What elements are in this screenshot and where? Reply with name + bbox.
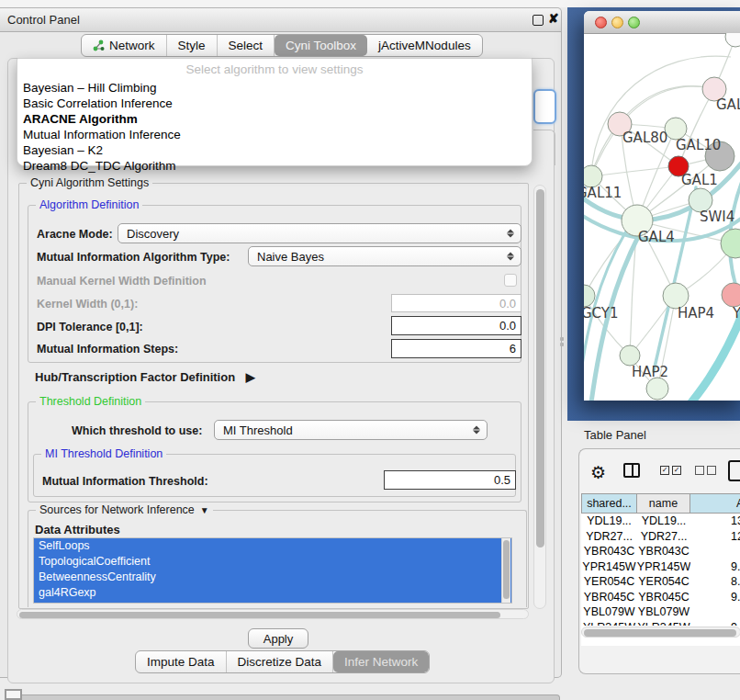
sources-group-title[interactable]: Sources for Network Inference ▼	[36, 503, 213, 516]
table-cell[interactable]: YBR045C	[637, 590, 690, 605]
table-row[interactable]: YDL19...YDL19...13	[581, 514, 740, 529]
table-cell[interactable]: 8.	[690, 574, 740, 590]
document-icon[interactable]	[728, 460, 740, 481]
settings-vscrollbar[interactable]	[533, 185, 546, 609]
aracne-mode-combo[interactable]: Discovery	[118, 223, 521, 243]
table-cell[interactable]: YBL079W	[637, 604, 690, 620]
unchecked-pair-icon[interactable]	[695, 466, 716, 475]
table-cell[interactable]: YBL079W	[581, 604, 637, 620]
table-cell[interactable]: YPR145W	[637, 559, 690, 575]
checked-pair-icon[interactable]: ✓ ✓	[660, 466, 681, 475]
which-threshold-combo[interactable]: MI Threshold	[214, 420, 488, 440]
network-node[interactable]	[722, 283, 740, 307]
table-cell[interactable]: YDL19...	[581, 514, 637, 529]
tab-jactivemnodules[interactable]: jActiveMNodules	[367, 35, 482, 56]
table-cell[interactable]: 9.	[690, 559, 740, 575]
table-cell[interactable]: 9.	[690, 590, 740, 605]
tab-impute-data[interactable]: Impute Data	[136, 651, 227, 672]
dropdown-item[interactable]: ARACNE Algorithm	[17, 111, 532, 127]
table-row[interactable]: YBL079WYBL079W	[581, 604, 740, 620]
inference-algorithm-combo-fragment[interactable]	[533, 89, 556, 124]
table-cell[interactable]: YER054C	[581, 574, 637, 590]
attribute-list-item[interactable]: SelfLoops	[34, 538, 511, 554]
attr-list-vscrollbar[interactable]	[501, 538, 510, 603]
mi-steps-field[interactable]: 6	[391, 339, 521, 358]
table-cell[interactable]: YLR345W	[581, 620, 637, 627]
network-node[interactable]	[646, 378, 668, 400]
tab-infer-network[interactable]: Infer Network	[333, 651, 429, 672]
table-cell[interactable]: YER054C	[637, 574, 690, 590]
attribute-list-item[interactable]: BetweennessCentrality	[34, 570, 511, 585]
network-node-label: Y	[732, 305, 740, 322]
table-cell[interactable]: 12	[690, 529, 740, 545]
table-cell[interactable]: YBR045C	[581, 590, 637, 605]
mac-minimize-button[interactable]	[611, 17, 623, 28]
manual-kernel-checkbox[interactable]	[504, 274, 517, 287]
table-row[interactable]: YBR045CYBR045C9.	[581, 590, 740, 605]
tab-cyni-toolbox[interactable]: Cyni Toolbox	[275, 35, 367, 56]
column-header-shared-name[interactable]: shared...	[581, 493, 637, 514]
dropdown-item[interactable]: Bayesian – K2	[17, 142, 532, 158]
table-rows[interactable]: YDL19...YDL19...13YDR27...YDR27...12YBR0…	[581, 514, 740, 626]
splitter-handle[interactable]	[559, 337, 565, 348]
column-header-partial[interactable]: A	[690, 493, 740, 514]
floating-tool-square[interactable]	[5, 689, 22, 700]
table-cell[interactable]: YBR043C	[581, 544, 637, 559]
algorithm-dropdown: Select algorithm to view settings Bayesi…	[17, 58, 533, 166]
table-row[interactable]: YER054CYER054C8.	[581, 574, 740, 590]
table-row[interactable]: YPR145WYPR145W9.	[581, 559, 740, 575]
table-cell[interactable]: YDL19...	[637, 514, 690, 529]
mi-type-combo[interactable]: Naive Bayes	[248, 246, 521, 266]
network-node[interactable]	[721, 229, 740, 258]
table-hscrollbar[interactable]	[581, 627, 740, 638]
attribute-list-item[interactable]: TopologicalCoefficient	[34, 554, 511, 570]
network-node[interactable]	[725, 33, 740, 47]
tab-style[interactable]: Style	[167, 35, 218, 56]
network-node[interactable]	[584, 285, 595, 307]
expander-down-icon[interactable]: ▼	[200, 505, 209, 515]
dropdown-item[interactable]: Mutual Information Inference	[17, 127, 532, 142]
table-cell[interactable]: 13	[690, 514, 740, 529]
tab-network[interactable]: Network	[82, 35, 167, 56]
table-cell[interactable]	[690, 604, 740, 620]
table-cell[interactable]: YPR145W	[581, 559, 637, 575]
dropdown-item[interactable]: Bayesian – Hill Climbing	[17, 80, 532, 96]
apply-button[interactable]: Apply	[248, 628, 308, 649]
data-attributes-list[interactable]: SelfLoopsTopologicalCoefficientBetweenne…	[33, 537, 512, 604]
node-attribute-table[interactable]: shared... name A YDL19...YDL19...13YDR27…	[581, 493, 740, 646]
table-panel: ⚙ ✓ ✓ shared... name A YDL19...YDL19...1…	[578, 448, 740, 674]
dpi-tolerance-field[interactable]: 0.0	[391, 316, 521, 335]
tab-select[interactable]: Select	[218, 35, 275, 56]
table-cell[interactable]: YLR345W	[637, 620, 690, 627]
table-cell[interactable]: YDR27...	[637, 529, 690, 545]
kernel-width-field[interactable]: 0.0	[391, 294, 521, 312]
network-window-titlebar[interactable]	[584, 11, 740, 34]
table-cell[interactable]	[690, 544, 740, 559]
dropdown-item[interactable]: Basic Correlation Inference	[17, 96, 532, 111]
dropdown-item[interactable]: Dream8 DC_TDC Algorithm	[17, 158, 532, 174]
table-cell[interactable]: YBR043C	[637, 544, 690, 559]
table-cell[interactable]: 9.	[690, 620, 740, 627]
columns-icon[interactable]	[623, 463, 640, 478]
close-icon[interactable]: ✘	[548, 11, 559, 26]
table-row[interactable]: YLR345WYLR345W9.	[581, 620, 740, 627]
column-header-name[interactable]: name	[637, 493, 690, 514]
control-panel-titlebar[interactable]: Control Panel ✘	[0, 8, 561, 32]
hub-definition-expander[interactable]: Hub/Transcription Factor Definition ▶	[35, 370, 255, 384]
table-cell[interactable]: YDR27...	[581, 529, 637, 545]
table-row[interactable]: YBR043CYBR043C	[581, 544, 740, 559]
mac-zoom-button[interactable]	[628, 17, 640, 28]
network-canvas[interactable]: GALGAL80GAL10GAL1GAL11SWI4GAL4GCY1HAP4YH…	[584, 33, 740, 401]
panel-title: Control Panel	[7, 13, 80, 27]
gear-icon[interactable]: ⚙	[590, 462, 606, 483]
table-row[interactable]: YDR27...YDR27...12	[581, 529, 740, 545]
tab-discretize-data[interactable]: Discretize Data	[227, 651, 334, 672]
settings-hscrollbar[interactable]	[17, 609, 529, 619]
attribute-list-item[interactable]: gal4RGexp	[34, 585, 511, 601]
network-node[interactable]	[620, 345, 640, 366]
mac-close-button[interactable]	[595, 17, 607, 28]
expander-right-icon[interactable]: ▶	[246, 370, 255, 384]
mi-threshold-field[interactable]: 0.5	[384, 470, 516, 490]
screen: Control Panel ✘ Network Style Select Cyn…	[0, 0, 740, 700]
float-window-icon[interactable]	[533, 15, 544, 26]
